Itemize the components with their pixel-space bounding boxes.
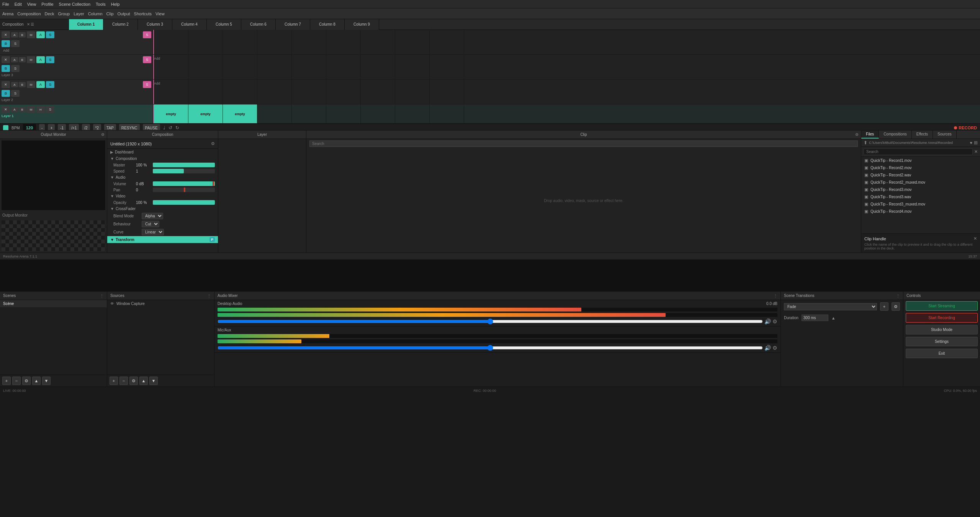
duration-up-icon[interactable]: ▲	[831, 316, 836, 320]
clip-settings-icon[interactable]: ⚙	[855, 132, 859, 137]
dashboard-section[interactable]: ▶ Dashboard	[107, 149, 218, 155]
mic-audio-slider[interactable]	[218, 345, 763, 351]
tab-compositions[interactable]: Compositions	[879, 130, 912, 139]
scenes-expand-icon[interactable]: ⋮	[100, 294, 104, 298]
settings-btn[interactable]: Settings	[906, 337, 978, 346]
layer2-clip-5[interactable]	[292, 80, 326, 104]
layer1-h-btn[interactable]: H	[36, 106, 45, 113]
layer3-b2-btn[interactable]: B	[2, 65, 10, 72]
layer2-b2-btn[interactable]: B	[2, 90, 10, 97]
layer-clip-empty-9[interactable]	[430, 30, 464, 54]
bpm-minus1[interactable]: -1	[58, 124, 66, 130]
layer-a-btn[interactable]: A	[11, 32, 18, 38]
tab-sources[interactable]: Sources	[933, 130, 957, 139]
clip-search-input[interactable]	[309, 140, 858, 147]
scene-remove-btn[interactable]: −	[12, 377, 21, 385]
scene-settings-btn[interactable]: ⚙	[22, 377, 31, 385]
source-up-btn[interactable]: ▲	[139, 377, 148, 385]
path-nav-icon[interactable]: ⬆	[864, 140, 867, 145]
layer-clip-empty-7[interactable]	[361, 30, 395, 54]
layer-clip-empty-4[interactable]	[257, 30, 292, 54]
video-section[interactable]: ▼ Video	[107, 193, 218, 199]
file-item-0[interactable]: ▣ QuickTip - Record1.mov	[861, 157, 980, 164]
layer1-x-btn[interactable]: ✕	[2, 106, 10, 113]
opacity-slider[interactable]	[153, 200, 215, 205]
bpm-pause[interactable]: PAUSE	[143, 124, 160, 130]
start-recording-btn[interactable]: Start Recording	[906, 313, 978, 323]
file-item-5[interactable]: ▣ QuickTip - Record3.wav	[861, 193, 980, 201]
menu-tools[interactable]: Tools	[96, 2, 106, 7]
toolbar-deck[interactable]: Deck	[45, 11, 54, 16]
layer2-b-btn[interactable]: B	[19, 82, 26, 87]
path-heart-icon[interactable]: ♥	[970, 140, 972, 145]
layer-x-btn[interactable]: ✕	[2, 31, 10, 38]
toolbar-output[interactable]: Output	[118, 11, 130, 16]
toolbar-composition[interactable]: Composition	[17, 11, 41, 16]
transform-section[interactable]: ▼ Transform P	[107, 236, 218, 243]
layer3-clip-6[interactable]	[326, 55, 361, 79]
layer1-clip-8[interactable]	[395, 104, 430, 123]
file-item-1[interactable]: ▣ QuickTip - Record2.mov	[861, 164, 980, 171]
exit-btn[interactable]: Exit	[906, 349, 978, 358]
toolbar-layer[interactable]: Layer	[74, 11, 84, 16]
layer-s-btn[interactable]: S	[46, 31, 54, 38]
curve-select[interactable]: Linear	[142, 229, 164, 235]
bpm-mult2[interactable]: *2	[93, 124, 101, 130]
layer1-clip-7[interactable]	[361, 104, 395, 123]
bpm-plus1[interactable]: /+1	[69, 124, 79, 130]
layer-s2-btn[interactable]: S	[11, 40, 20, 47]
behaviour-select[interactable]: Cut	[142, 221, 159, 227]
layer3-s-pink-btn[interactable]: S	[143, 56, 151, 63]
layer2-x-btn[interactable]: ✕	[2, 81, 10, 88]
bpm-tap[interactable]: TAP	[104, 124, 116, 130]
layer2-clip-9[interactable]	[430, 80, 464, 104]
crossfader-section[interactable]: ▼ CrossFader	[107, 205, 218, 212]
layer2-a-green-btn[interactable]: A	[36, 81, 45, 88]
desktop-mute-icon[interactable]: 🔊	[764, 318, 771, 325]
record-indicator[interactable]: RECORD	[954, 126, 977, 130]
composition-settings-icon[interactable]: ⚙	[211, 141, 215, 146]
layer2-clip-7[interactable]	[361, 80, 395, 104]
transitions-expand-icon[interactable]: ⋮	[896, 294, 900, 298]
file-item-6[interactable]: ▣ QuickTip - Record3_muxed.mov	[861, 201, 980, 208]
fade-dropdown[interactable]: Fade	[784, 303, 877, 310]
bpm-resync[interactable]: RESYNC	[119, 124, 140, 130]
layer3-a-btn[interactable]: A	[11, 57, 18, 62]
transition-settings-btn[interactable]: ⚙	[892, 302, 900, 311]
pan-slider[interactable]	[153, 188, 215, 192]
desktop-audio-settings-icon[interactable]: ⚙	[772, 318, 777, 325]
file-item-7[interactable]: ▣ QuickTip - Record4.mov	[861, 208, 980, 215]
layer3-x-btn[interactable]: ✕	[2, 56, 10, 63]
bpm-rewind-icon[interactable]: ↺	[169, 125, 172, 130]
toolbar-group[interactable]: Group	[58, 11, 70, 16]
toolbar-shortcuts[interactable]: Shortcuts	[134, 11, 152, 16]
transform-p-btn[interactable]: P	[209, 237, 215, 242]
file-item-3[interactable]: ▣ QuickTip - Record2_muxed.mov	[861, 179, 980, 186]
layer3-clip-9[interactable]	[430, 55, 464, 79]
file-item-2[interactable]: ▣ QuickTip - Record2.wav	[861, 171, 980, 179]
source-remove-btn[interactable]: −	[119, 377, 128, 385]
source-settings-btn[interactable]: ⚙	[129, 377, 138, 385]
start-streaming-btn[interactable]: Start Streaming	[906, 301, 978, 311]
layer3-m-btn[interactable]: M	[27, 56, 35, 63]
layer-a-green-btn[interactable]: A	[36, 31, 45, 38]
mic-mute-icon[interactable]: 🔊	[764, 345, 771, 351]
bpm-plus[interactable]: +	[48, 124, 55, 130]
layer2-s-pink-btn[interactable]: S	[143, 81, 151, 88]
menu-scene-collection[interactable]: Scene Collection	[59, 2, 91, 7]
layer1-clip-4[interactable]	[257, 104, 292, 123]
layer1-clip-9[interactable]	[430, 104, 464, 123]
layer3-s-btn[interactable]: S	[46, 56, 54, 63]
layer3-a-green-btn[interactable]: A	[36, 56, 45, 63]
speed-slider[interactable]	[153, 169, 215, 173]
layer1-clip-5[interactable]	[292, 104, 326, 123]
menu-view[interactable]: View	[27, 2, 36, 7]
layer-clip-empty-8[interactable]	[395, 30, 430, 54]
files-search-clear-icon[interactable]: ✕	[974, 149, 978, 154]
layer1-clip-2[interactable]: empty	[188, 104, 223, 123]
files-search-input[interactable]	[864, 148, 973, 155]
layer2-clip-4[interactable]	[257, 80, 292, 104]
menu-profile[interactable]: Profile	[41, 2, 53, 7]
layer2-s2-btn[interactable]: S	[11, 90, 20, 97]
column-1-btn[interactable]: Column 1	[69, 19, 103, 30]
